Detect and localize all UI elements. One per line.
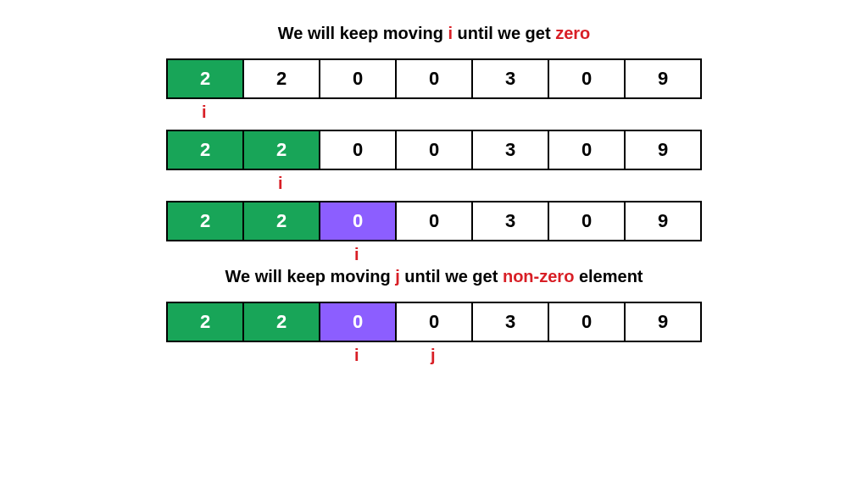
caption-bottom-mid: until we get bbox=[400, 267, 503, 286]
array-cell: 9 bbox=[624, 58, 702, 99]
array-cell: 0 bbox=[395, 302, 473, 342]
rows-block-bottom: 2200309ij bbox=[166, 302, 702, 342]
array-cell: 9 bbox=[624, 201, 702, 241]
array-cell: 0 bbox=[395, 130, 473, 170]
array-row: 2200309i bbox=[166, 58, 702, 99]
array-cell: 9 bbox=[624, 302, 702, 342]
array-cell: 3 bbox=[471, 58, 549, 99]
pointer-label-j: j bbox=[395, 346, 471, 365]
caption-bottom-pre: We will keep moving bbox=[225, 267, 395, 286]
array-row: 2200309ij bbox=[166, 302, 702, 342]
array-cell: 3 bbox=[471, 130, 549, 170]
caption-top-hl: zero bbox=[555, 24, 590, 42]
array-cell: 2 bbox=[166, 201, 244, 241]
pointer-label-i: i bbox=[242, 174, 319, 193]
array-cell: 2 bbox=[242, 58, 320, 99]
array-cell: 2 bbox=[242, 302, 320, 342]
array-cell: 0 bbox=[395, 58, 473, 99]
array-cell: 9 bbox=[624, 130, 702, 170]
array-cell: 0 bbox=[319, 58, 397, 99]
caption-bottom: We will keep moving j until we get non-z… bbox=[225, 267, 643, 286]
array-cell: 3 bbox=[471, 302, 549, 342]
pointer-label-i: i bbox=[319, 245, 395, 264]
array-cell: 2 bbox=[242, 130, 320, 170]
caption-top-mid: until we get bbox=[453, 24, 555, 42]
pointer-label-i: i bbox=[166, 103, 242, 122]
array-cell: 2 bbox=[166, 130, 244, 170]
array-cell: 0 bbox=[319, 201, 397, 241]
array-cell: 0 bbox=[319, 130, 397, 170]
caption-bottom-post: element bbox=[574, 267, 643, 286]
array-cell: 0 bbox=[548, 130, 626, 170]
array-row: 2200309i bbox=[166, 130, 702, 170]
array-cell: 0 bbox=[548, 302, 626, 342]
caption-top: We will keep moving i until we get zero bbox=[278, 24, 591, 43]
pointer-label-i: i bbox=[319, 346, 395, 365]
array-cell: 2 bbox=[166, 302, 244, 342]
array-cell: 3 bbox=[471, 201, 549, 241]
array-cell: 0 bbox=[395, 201, 473, 241]
array-row: 2200309i bbox=[166, 201, 702, 241]
array-cell: 2 bbox=[166, 58, 244, 99]
array-cell: 2 bbox=[242, 201, 320, 241]
caption-top-pre: We will keep moving bbox=[278, 24, 448, 42]
array-cell: 0 bbox=[548, 201, 626, 241]
caption-bottom-hl: non-zero bbox=[503, 267, 574, 286]
array-cell: 0 bbox=[319, 302, 397, 342]
array-cell: 0 bbox=[548, 58, 626, 99]
rows-block-top: 2200309i 2200309i 2200309i bbox=[166, 58, 702, 241]
